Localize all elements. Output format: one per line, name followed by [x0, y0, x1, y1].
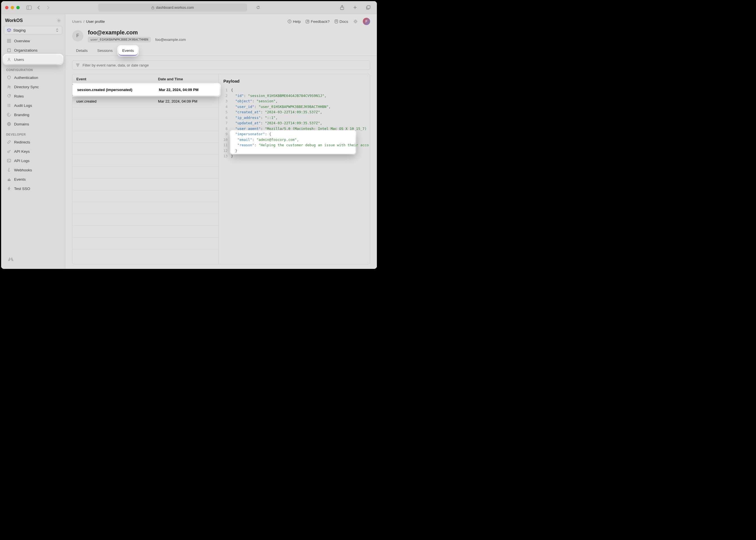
sidebar-item-authentication[interactable]: Authentication — [4, 73, 62, 82]
sidebar-item-roles[interactable]: Roles — [4, 91, 62, 101]
svg-rect-35 — [8, 179, 8, 181]
table-row-empty — [72, 179, 219, 190]
key-icon — [7, 149, 11, 153]
tab-sessions[interactable]: Sessions — [93, 46, 117, 56]
user-title: foo@example.com — [88, 29, 186, 36]
svg-point-5 — [58, 20, 59, 21]
url-bar[interactable]: dashboard.workos.com — [98, 4, 247, 12]
user-icon — [7, 58, 11, 62]
reload-icon[interactable] — [256, 6, 260, 9]
table-row-empty — [72, 190, 219, 202]
building-icon — [7, 48, 11, 52]
event-date: Mar 22, 2024, 04:09 PM — [159, 88, 215, 92]
theme-toggle-icon[interactable] — [353, 19, 358, 24]
sidebar-item-label: Overview — [14, 39, 30, 43]
event-row[interactable]: user.createdMar 22, 2024, 04:09 PM — [72, 95, 219, 107]
sidebar-item-label: Roles — [14, 94, 24, 98]
svg-rect-8 — [7, 41, 9, 43]
sidebar-item-label: Domains — [14, 122, 29, 126]
sidebar-item-label: Branding — [14, 113, 29, 117]
filter-input[interactable] — [82, 63, 367, 68]
svg-point-27 — [8, 115, 9, 116]
code-line: } — [231, 153, 370, 159]
sidebar-item-api-keys[interactable]: API Keys — [4, 147, 62, 156]
lock-icon — [151, 6, 154, 9]
code-line: "updated_at": "2024-03-22T14:09:35.537Z"… — [231, 120, 370, 126]
url-text: dashboard.workos.com — [156, 5, 194, 10]
code-line: } — [231, 148, 370, 154]
tab-details[interactable]: Details — [72, 46, 91, 56]
sidebar-item-label: Redirects — [14, 140, 30, 144]
environment-label: Staging — [13, 28, 26, 32]
sidebar-item-test-sso[interactable]: Test SSO — [4, 184, 62, 193]
sidebar-footer-logo — [4, 252, 62, 265]
environment-selector[interactable]: Staging — [4, 26, 62, 34]
table-row-empty — [72, 226, 219, 238]
sidebar-item-label: Events — [14, 177, 26, 182]
sidebar-item-directory-sync[interactable]: Directory Sync — [4, 82, 62, 91]
docs-link[interactable]: Docs — [335, 19, 348, 24]
new-tab-icon[interactable] — [352, 5, 358, 11]
svg-point-25 — [8, 114, 8, 115]
tab-events[interactable]: Events — [118, 46, 138, 56]
share-icon[interactable] — [339, 5, 345, 11]
code-line: "user_agent": "Mozilla/5.0 (Macintosh; I… — [231, 126, 370, 132]
svg-point-15 — [8, 58, 10, 60]
breadcrumb-sep: / — [83, 19, 84, 24]
sidebar-item-audit-logs[interactable]: Audit Logs — [4, 101, 62, 110]
table-row-empty — [72, 119, 219, 131]
sidebar-item-redirects[interactable]: Redirects — [4, 138, 62, 147]
grid-icon — [7, 39, 11, 43]
table-row-empty — [72, 202, 219, 214]
sidebar-item-webhooks[interactable]: Webhooks — [4, 166, 62, 175]
maximize-window-button[interactable] — [16, 6, 20, 9]
svg-point-33 — [9, 168, 9, 169]
user-header: F foo@example.com user_01HSKBAPWPK3BBEJK… — [65, 26, 377, 42]
svg-rect-9 — [9, 41, 11, 43]
filter-icon — [76, 64, 80, 67]
tabs-icon[interactable] — [365, 5, 371, 11]
user-avatar[interactable]: F — [363, 18, 370, 25]
svg-rect-2 — [152, 7, 154, 9]
breadcrumb-root[interactable]: Users — [72, 19, 82, 24]
link-icon — [7, 140, 11, 144]
minimize-window-button[interactable] — [11, 6, 14, 9]
breadcrumb: Users / User profile — [72, 19, 105, 24]
sidebar-item-branding[interactable]: Branding — [4, 110, 62, 119]
chart-icon — [7, 177, 11, 181]
sidebar-item-organizations[interactable]: Organizations — [4, 46, 62, 55]
back-button[interactable] — [36, 5, 42, 11]
sidebar-item-api-logs[interactable]: API Logs — [4, 156, 62, 165]
sidebar-item-domains[interactable]: Domains — [4, 119, 62, 129]
svg-rect-37 — [10, 180, 10, 181]
sidebar-item-label: Authentication — [14, 75, 38, 80]
filter-bar[interactable] — [72, 60, 370, 70]
help-link[interactable]: ? Help — [287, 19, 301, 24]
svg-point-16 — [8, 86, 9, 87]
user-id-pill[interactable]: user_01HSKBAPWPK3BBEJK9BACTHHBN — [88, 37, 151, 42]
code-line: { — [231, 87, 370, 93]
feedback-link[interactable]: Feedback? — [306, 19, 330, 24]
code-line: "created_at": "2024-03-22T14:09:35.537Z"… — [231, 109, 370, 115]
user-avatar-large: F — [72, 30, 83, 42]
sidebar-item-events[interactable]: Events — [4, 175, 62, 184]
payload-title: Payload — [223, 78, 370, 83]
paint-icon — [7, 113, 11, 117]
settings-gear-icon[interactable] — [56, 18, 61, 23]
sidebar-item-label: Webhooks — [14, 168, 32, 172]
developer-section-label: DEVELOPER — [6, 133, 60, 136]
close-window-button[interactable] — [5, 6, 8, 9]
table-row-empty — [72, 107, 219, 119]
chevron-down-icon — [55, 28, 59, 32]
sidebar-toggle-icon[interactable] — [26, 5, 32, 11]
svg-point-24 — [7, 106, 8, 107]
svg-line-51 — [357, 20, 357, 21]
list-icon — [7, 103, 11, 107]
code-line: "impersonator": { — [231, 131, 370, 137]
table-row-empty — [72, 155, 219, 167]
sidebar-item-users[interactable]: Users — [4, 55, 62, 64]
sidebar-item-overview[interactable]: Overview — [4, 36, 62, 45]
event-name: user.created — [76, 99, 158, 103]
event-row[interactable]: session.created (impersonated)Mar 22, 20… — [72, 84, 220, 96]
forward-button[interactable] — [45, 5, 51, 11]
